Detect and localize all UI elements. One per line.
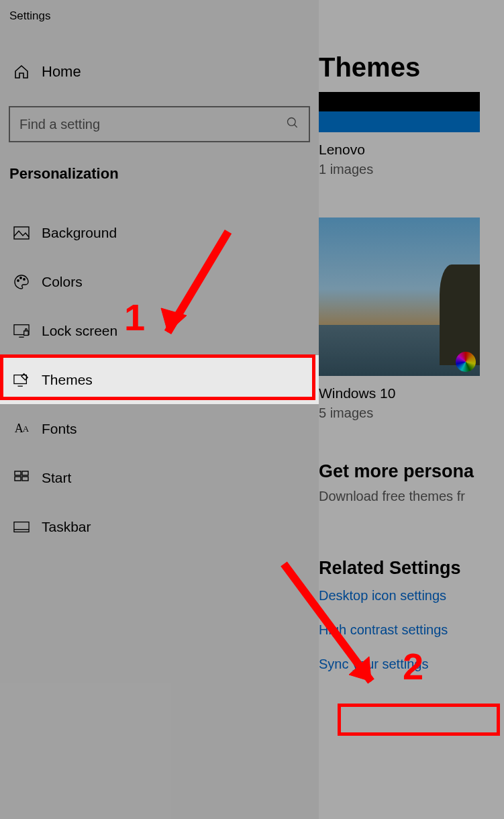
color-wheel-icon	[456, 352, 476, 372]
nav-label: Lock screen	[42, 323, 117, 339]
search-icon	[286, 116, 299, 132]
svg-point-0	[288, 118, 296, 126]
nav-label: Background	[42, 225, 117, 241]
home-label: Home	[42, 63, 81, 81]
window-title: Settings	[0, 0, 319, 32]
nav-home[interactable]: Home	[0, 47, 319, 97]
link-high-contrast-settings[interactable]: High contrast settings	[319, 622, 504, 638]
section-heading: Personalization	[0, 142, 319, 195]
page-title: Themes	[319, 0, 504, 92]
search-input[interactable]	[19, 117, 286, 132]
nav-item-colors[interactable]: Colors	[0, 257, 319, 306]
home-icon	[13, 64, 30, 80]
link-desktop-icon-settings[interactable]: Desktop icon settings	[319, 588, 504, 604]
svg-rect-11	[15, 471, 21, 475]
nav-list: Background Colors Lock	[0, 195, 319, 551]
svg-rect-15	[14, 522, 29, 532]
svg-rect-12	[22, 471, 28, 475]
theme-thumbnail	[319, 218, 480, 376]
nav-item-start[interactable]: Start	[0, 453, 319, 502]
theme-card-lenovo[interactable]: Lenovo 1 images	[319, 92, 504, 177]
nav-label: Themes	[42, 372, 93, 388]
nav-label: Colors	[42, 274, 83, 290]
svg-rect-13	[15, 477, 21, 481]
nav-item-background[interactable]: Background	[0, 208, 319, 257]
theme-name: Windows 10	[319, 385, 504, 401]
svg-rect-8	[24, 331, 28, 335]
search-box[interactable]	[9, 106, 310, 142]
nav-item-taskbar[interactable]: Taskbar	[0, 502, 319, 551]
link-sync-your-settings[interactable]: Sync your settings	[319, 657, 504, 672]
svg-point-4	[20, 277, 21, 278]
nav-item-themes[interactable]: Themes	[0, 355, 319, 404]
picture-icon	[13, 226, 30, 240]
svg-point-5	[23, 278, 25, 279]
svg-rect-14	[22, 477, 28, 481]
nav-label: Start	[42, 470, 71, 486]
content-pane: Themes Lenovo 1 images Windows 10 5 imag…	[319, 0, 504, 819]
nav-item-lockscreen[interactable]: Lock screen	[0, 306, 319, 355]
themes-icon	[13, 373, 30, 387]
nav-label: Taskbar	[42, 519, 91, 535]
nav-item-fonts[interactable]: AA Fonts	[0, 404, 319, 453]
theme-card-windows10[interactable]: Windows 10 5 images	[319, 218, 504, 421]
theme-subtext: 1 images	[319, 162, 504, 177]
fonts-icon: AA	[13, 422, 30, 436]
theme-name: Lenovo	[319, 142, 504, 158]
sidebar: Settings Home Personalization	[0, 0, 319, 819]
store-heading: Get more persona	[319, 461, 504, 482]
svg-rect-2	[14, 227, 29, 239]
lock-screen-icon	[13, 324, 30, 338]
store-subtext: Download free themes fr	[319, 489, 504, 504]
svg-line-1	[295, 125, 297, 128]
nav-label: Fonts	[42, 421, 77, 437]
related-heading: Related Settings	[319, 558, 504, 579]
taskbar-icon	[13, 521, 30, 533]
palette-icon	[13, 274, 30, 290]
theme-subtext: 5 images	[319, 405, 504, 421]
start-icon	[13, 471, 30, 485]
theme-thumbnail	[319, 92, 480, 132]
svg-point-3	[17, 279, 19, 281]
